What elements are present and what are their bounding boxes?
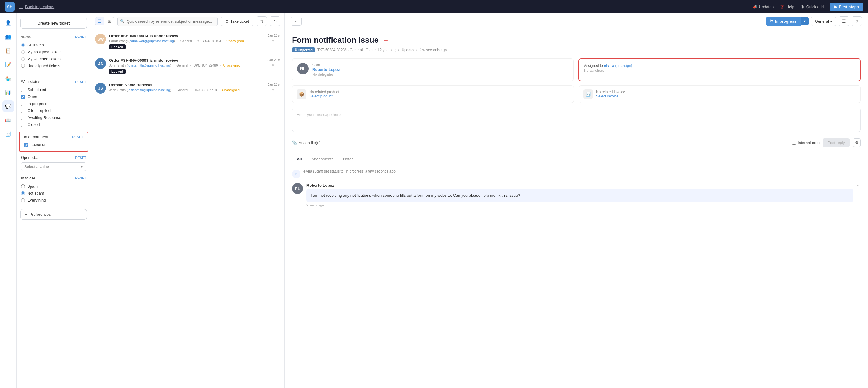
status-open[interactable]: Open (21, 93, 86, 100)
updates-nav[interactable]: 📣 Updates (752, 4, 774, 9)
assigned-more-icon[interactable]: ⋮ (850, 63, 855, 69)
right-toolbar: ← ⚑ In progress ▾ General ▾ ☰ ↻ (285, 13, 868, 29)
help-nav[interactable]: ❓ Help (780, 4, 795, 9)
internal-note-checkbox[interactable]: Internal note (792, 140, 819, 145)
ticket-item[interactable]: SW Order #SH-INV-00014 is under review S… (91, 29, 284, 54)
flag-icon[interactable]: ⚑ (271, 39, 275, 43)
attach-files-button[interactable]: 📎 Attach file(s) (292, 140, 320, 145)
flag-icon[interactable]: ⚑ (271, 88, 275, 92)
opened-reset-link[interactable]: RESET (75, 156, 86, 160)
ticket-subject: Order #SH-INV-00008 is under review (109, 58, 265, 63)
left-panel: Create new ticket Show... RESET All tick… (17, 13, 91, 388)
filter-sort-button[interactable]: ⇅ (256, 17, 267, 26)
sidebar-icon-invoice[interactable]: 🧾 (2, 128, 14, 140)
sidebar-icon-chat[interactable]: 💬 (2, 100, 14, 112)
sidebar-icon-shop[interactable]: 🏪 (2, 73, 14, 84)
client-name-link[interactable]: Roberto Lopez (312, 67, 560, 72)
ticket-item[interactable]: JS Order #SH-INV-00008 is under review J… (91, 54, 284, 78)
quick-add-nav[interactable]: ⊕ Quick add (801, 4, 824, 10)
select-invoice-link[interactable]: Select invoice (596, 94, 625, 98)
folder-reset-link[interactable]: RESET (75, 176, 86, 180)
product-card: 📦 No related product Select product (292, 85, 574, 103)
department-reset-link[interactable]: RESET (72, 135, 83, 139)
status-reset-link[interactable]: RESET (75, 80, 86, 84)
filter-unassigned[interactable]: Unassigned tickets (21, 62, 86, 69)
status-client-replied[interactable]: Client replied (21, 107, 86, 114)
avatar: SW (95, 34, 106, 44)
more-icon[interactable]: ⋮ (276, 38, 280, 43)
ticket-date: Jan 21st (268, 34, 280, 37)
folder-everything[interactable]: Everything (21, 197, 86, 204)
avatar: JS (95, 58, 106, 69)
message-author[interactable]: Roberto Lopez (307, 183, 853, 188)
ticket-email-link[interactable]: john.smith@upmind-hosti.ng (128, 88, 170, 92)
ticket-email-link[interactable]: sarah.wong@upmind-hosti.ng (130, 39, 174, 43)
ticket-item[interactable]: JS Domain Name Renewal John Smith (john.… (91, 78, 284, 98)
tab-all[interactable]: All (292, 154, 307, 164)
chevron-down-icon: ▾ (81, 164, 83, 169)
opened-select[interactable]: Select a value ▾ (21, 162, 86, 171)
back-link[interactable]: ← Back to previous (20, 4, 54, 9)
status-scheduled[interactable]: Scheduled (21, 86, 86, 93)
first-steps-nav[interactable]: ▶ First steps (830, 3, 863, 11)
take-ticket-button[interactable]: ⊙ Take ticket (221, 17, 253, 26)
post-reply-button[interactable]: Post reply (823, 138, 850, 147)
list-view-button[interactable]: ☰ (95, 17, 104, 25)
sidebar-icon-book[interactable]: 📖 (2, 115, 14, 126)
status-awaiting[interactable]: Awaiting Response (21, 114, 86, 121)
filter-all-tickets[interactable]: All tickets (21, 41, 86, 48)
tab-attachments[interactable]: Attachments (307, 154, 338, 164)
folder-notspam[interactable]: Not spam (21, 190, 86, 197)
sidebar-icon-users[interactable]: 👥 (2, 31, 14, 42)
ticket-subject: Domain Name Renewal (109, 83, 265, 87)
sidebar-icon-list[interactable]: 📝 (2, 59, 14, 70)
ticket-date: Jan 21st (268, 58, 280, 62)
message-area[interactable]: Enter your message here (292, 108, 861, 132)
sidebar-icon-contacts[interactable]: 📋 (2, 45, 14, 56)
select-product-link[interactable]: Select product (309, 94, 339, 98)
flag-icon[interactable]: ⚑ (271, 63, 275, 68)
general-button[interactable]: General ▾ (811, 17, 836, 26)
ticket-email-link[interactable]: john.smith@upmind-hosti.ng (128, 64, 170, 67)
unassign-link[interactable]: (unassign) (615, 64, 632, 68)
folder-spam[interactable]: Spam (21, 183, 86, 190)
dept-general[interactable]: General (24, 142, 83, 149)
reply-settings-button[interactable]: ⚙ (853, 138, 861, 147)
message-more-icon[interactable]: ⋯ (857, 183, 861, 207)
sidebar-icon-person[interactable]: 👤 (2, 17, 14, 28)
right-more-button[interactable]: ☰ (839, 17, 849, 26)
message-bubble: I am not receiving any notifications whe… (307, 189, 853, 202)
logo-button[interactable]: SH (5, 2, 14, 11)
filter-my-watched[interactable]: My watched tickets (21, 55, 86, 62)
status-button[interactable]: ⚑ In progress (766, 17, 801, 26)
ticket-id: TKT-50384-89236 · General · Created 2 ye… (317, 48, 447, 52)
preferences-button[interactable]: ≡ Preferences (20, 209, 87, 220)
sidebar-icon-chart[interactable]: 📊 (2, 87, 14, 98)
assigned-name-link[interactable]: elvira (604, 63, 614, 68)
invoice-card: 🧾 No related invoice Select invoice (579, 85, 861, 103)
filter-my-assigned[interactable]: My assigned tickets (21, 48, 86, 55)
tab-notes[interactable]: Notes (338, 154, 358, 164)
status-dropdown-button[interactable]: ▾ (801, 17, 809, 25)
right-panel: ← ⚑ In progress ▾ General ▾ ☰ ↻ Form not… (285, 13, 868, 388)
client-more-icon[interactable]: ⋮ (564, 67, 568, 73)
show-reset-link[interactable]: RESET (75, 35, 86, 39)
right-refresh-button[interactable]: ↻ (851, 17, 862, 26)
more-icon[interactable]: ⋮ (276, 88, 280, 92)
invoice-icon: 🧾 (583, 89, 593, 99)
first-steps-icon: ▶ (834, 4, 837, 9)
ticket-meta: Sarah Wong (sarah.wong@upmind-hosti.ng) … (109, 39, 265, 43)
ticket-meta: John Smith (john.smith@upmind-hosti.ng) … (109, 64, 265, 67)
refresh-button[interactable]: ↻ (270, 17, 280, 26)
status-closed[interactable]: Closed (21, 121, 86, 128)
create-ticket-button[interactable]: Create new ticket (20, 18, 87, 29)
search-input[interactable] (117, 17, 218, 26)
grid-view-button[interactable]: ⊞ (105, 17, 114, 25)
message-entry: RL Roberto Lopez I am not receiving any … (292, 183, 861, 207)
ticket-title: Form notification issue (292, 35, 379, 45)
more-icon[interactable]: ⋮ (276, 63, 280, 68)
search-icon: 🔍 (120, 19, 124, 23)
status-in-progress[interactable]: In progress (21, 100, 86, 107)
back-arrow-button[interactable]: ← (291, 17, 302, 26)
client-section: RL Client: Roberto Lopez No delegates ⋮ (292, 58, 574, 81)
